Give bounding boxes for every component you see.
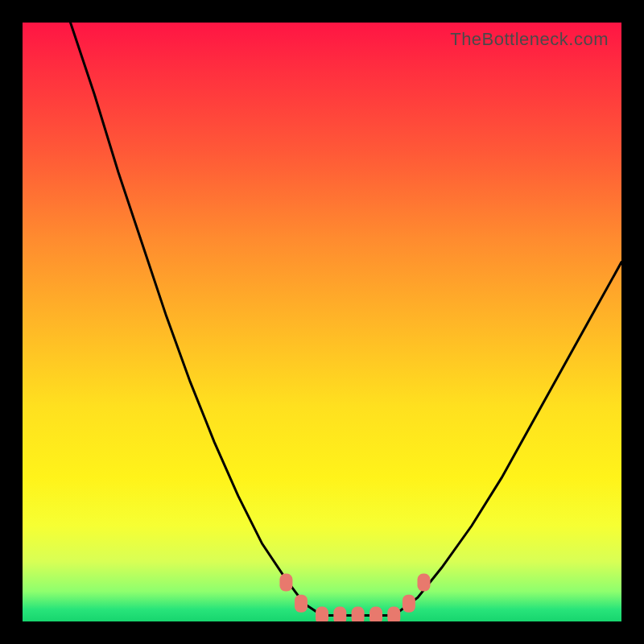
- bead-left-lower: [295, 595, 308, 613]
- bead-bottom-2: [333, 607, 346, 621]
- curve-markers: [279, 574, 430, 621]
- bead-bottom-5: [387, 607, 400, 621]
- curve-right: [394, 262, 621, 616]
- bead-bottom-3: [352, 607, 365, 621]
- watermark-text: TheBottleneck.com: [450, 29, 609, 50]
- chart-plot-area: TheBottleneck.com: [23, 23, 621, 621]
- bead-right-lower: [402, 595, 415, 613]
- bead-bottom-4: [369, 607, 382, 621]
- curve-left: [71, 23, 323, 616]
- bead-bottom-1: [316, 607, 328, 621]
- chart-frame: TheBottleneck.com: [0, 0, 644, 644]
- bottleneck-curve: [23, 23, 621, 621]
- bead-left-upper: [279, 574, 292, 592]
- bead-right-upper: [418, 574, 431, 592]
